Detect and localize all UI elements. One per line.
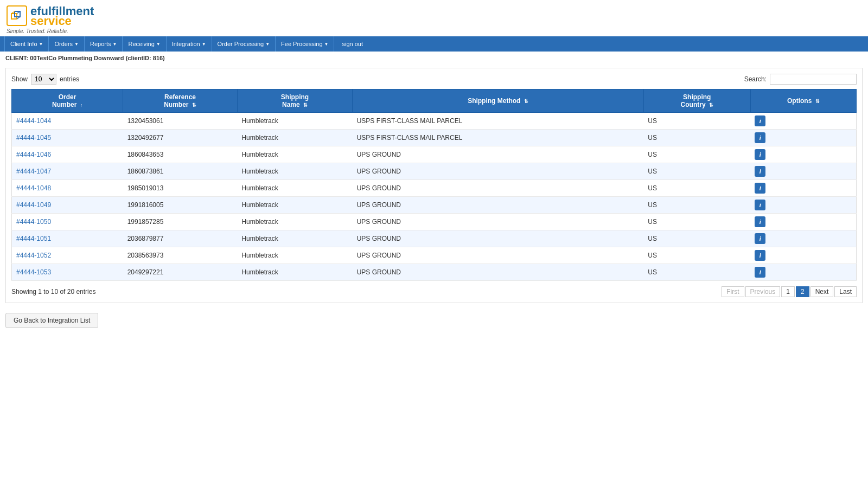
- cell-options[interactable]: i: [750, 146, 856, 163]
- cell-shipping-country: US: [643, 180, 750, 197]
- page-1-button[interactable]: 1: [781, 286, 795, 297]
- cell-shipping-country: US: [643, 163, 750, 180]
- info-icon-button[interactable]: i: [755, 183, 765, 194]
- cell-options[interactable]: i: [750, 130, 856, 146]
- table-row: #4444-10532049297221HumbletrackUPS GROUN…: [12, 264, 857, 281]
- previous-page-button[interactable]: Previous: [745, 286, 781, 297]
- nav-fee-processing[interactable]: Fee Processing ▼: [276, 36, 334, 52]
- cell-shipping-country: US: [643, 214, 750, 230]
- cell-options[interactable]: i: [750, 163, 856, 180]
- table-row: #4444-10501991857285HumbletrackUPS GROUN…: [12, 214, 857, 230]
- cell-shipping-method: USPS FIRST-CLASS MAIL PARCEL: [353, 113, 644, 130]
- data-table: OrderNumber ↑ ReferenceNumber ⇅ Shipping…: [11, 89, 857, 281]
- cell-options[interactable]: i: [750, 180, 856, 197]
- sort-icon-shipping-method: ⇅: [524, 99, 528, 104]
- col-shipping-country[interactable]: ShippingCountry ⇅: [643, 89, 750, 113]
- cell-order: #4444-1052: [12, 247, 123, 264]
- cell-order: #4444-1053: [12, 264, 123, 281]
- cell-shipping-country: US: [643, 247, 750, 264]
- entries-label: entries: [60, 75, 79, 83]
- client-info-text: CLIENT: 00TestCo Plummeting Downward (cl…: [0, 52, 868, 65]
- page-2-button[interactable]: 2: [796, 286, 809, 297]
- cell-shipping-method: UPS GROUND: [353, 214, 644, 230]
- nav-reports[interactable]: Reports ▼: [85, 36, 123, 52]
- info-icon-button[interactable]: i: [755, 132, 765, 143]
- info-icon-button[interactable]: i: [755, 166, 765, 177]
- info-icon-button[interactable]: i: [755, 233, 765, 244]
- nav-bar: Client Info ▼ Orders ▼ Reports ▼ Receivi…: [0, 36, 868, 52]
- col-options[interactable]: Options ⇅: [750, 89, 856, 113]
- nav-client-info[interactable]: Client Info ▼: [4, 36, 49, 52]
- cell-shipping-method: UPS GROUND: [353, 163, 644, 180]
- entries-select[interactable]: 10 25 50 100: [31, 74, 56, 85]
- cell-options[interactable]: i: [750, 264, 856, 281]
- cell-shipping-country: US: [643, 113, 750, 130]
- cell-shipping-country: US: [643, 230, 750, 247]
- col-order-number[interactable]: OrderNumber ↑: [12, 89, 123, 113]
- first-page-button[interactable]: First: [722, 286, 744, 297]
- info-icon-button[interactable]: i: [755, 250, 765, 261]
- cell-shipping-method: USPS FIRST-CLASS MAIL PARCEL: [353, 130, 644, 146]
- col-reference-number[interactable]: ReferenceNumber ⇅: [123, 89, 238, 113]
- cell-reference: 1320453061: [123, 113, 238, 130]
- show-label: Show: [11, 75, 28, 83]
- cell-reference: 2038563973: [123, 247, 238, 264]
- cell-shipping-method: UPS GROUND: [353, 264, 644, 281]
- sort-icon-reference: ⇅: [192, 102, 196, 108]
- cell-reference: 1991857285: [123, 214, 238, 230]
- cell-shipping-name: Humbletrack: [237, 163, 352, 180]
- last-page-button[interactable]: Last: [834, 286, 857, 297]
- info-icon-button[interactable]: i: [755, 200, 765, 210]
- next-page-button[interactable]: Next: [810, 286, 834, 297]
- cell-options[interactable]: i: [750, 230, 856, 247]
- table-footer: Showing 1 to 10 of 20 entries First Prev…: [11, 286, 857, 297]
- cell-options[interactable]: i: [750, 113, 856, 130]
- cell-shipping-country: US: [643, 146, 750, 163]
- cell-shipping-method: UPS GROUND: [353, 230, 644, 247]
- info-icon-button[interactable]: i: [755, 216, 765, 227]
- main-content: Show 10 25 50 100 entries Search: OrderN…: [0, 65, 868, 331]
- cell-shipping-name: Humbletrack: [237, 214, 352, 230]
- col-shipping-method[interactable]: Shipping Method ⇅: [353, 89, 644, 113]
- logo: efulfillment service Simple. Trusted. Re…: [7, 4, 94, 34]
- cell-shipping-name: Humbletrack: [237, 113, 352, 130]
- nav-arrow-integration: ▼: [202, 42, 206, 47]
- col-shipping-name[interactable]: ShippingName ⇅: [237, 89, 352, 113]
- cell-order: #4444-1044: [12, 113, 123, 130]
- nav-order-processing[interactable]: Order Processing ▼: [212, 36, 276, 52]
- nav-arrow-order-processing: ▼: [265, 42, 270, 47]
- back-btn-container: Go Back to Integration List: [5, 313, 863, 328]
- nav-arrow-fee-processing: ▼: [324, 42, 329, 47]
- info-icon-button[interactable]: i: [755, 149, 765, 160]
- search-label: Search:: [744, 75, 767, 83]
- nav-integration[interactable]: Integration ▼: [167, 36, 212, 52]
- info-icon-button[interactable]: i: [755, 115, 765, 126]
- info-icon-button[interactable]: i: [755, 267, 765, 278]
- cell-shipping-method: UPS GROUND: [353, 180, 644, 197]
- back-to-integration-button[interactable]: Go Back to Integration List: [5, 313, 98, 328]
- table-row: #4444-10441320453061HumbletrackUSPS FIRS…: [12, 113, 857, 130]
- cell-reference: 1985019013: [123, 180, 238, 197]
- search-input[interactable]: [770, 74, 857, 85]
- table-controls: Show 10 25 50 100 entries Search:: [11, 74, 857, 85]
- cell-reference: 1860843653: [123, 146, 238, 163]
- cell-shipping-name: Humbletrack: [237, 230, 352, 247]
- logo-icon: [7, 5, 27, 26]
- nav-orders[interactable]: Orders ▼: [49, 36, 85, 52]
- table-row: #4444-10461860843653HumbletrackUPS GROUN…: [12, 146, 857, 163]
- cell-reference: 1860873861: [123, 163, 238, 180]
- search-box: Search:: [744, 74, 857, 85]
- cell-order: #4444-1045: [12, 130, 123, 146]
- cell-options[interactable]: i: [750, 197, 856, 214]
- cell-options[interactable]: i: [750, 214, 856, 230]
- cell-options[interactable]: i: [750, 247, 856, 264]
- nav-signout[interactable]: sign out: [336, 41, 368, 47]
- cell-shipping-method: UPS GROUND: [353, 146, 644, 163]
- nav-receiving[interactable]: Receiving ▼: [123, 36, 166, 52]
- logo-tagline: Simple. Trusted. Reliable.: [7, 28, 94, 34]
- cell-shipping-method: UPS GROUND: [353, 197, 644, 214]
- cell-shipping-name: Humbletrack: [237, 130, 352, 146]
- cell-order: #4444-1050: [12, 214, 123, 230]
- cell-shipping-name: Humbletrack: [237, 197, 352, 214]
- nav-arrow-orders: ▼: [74, 42, 79, 47]
